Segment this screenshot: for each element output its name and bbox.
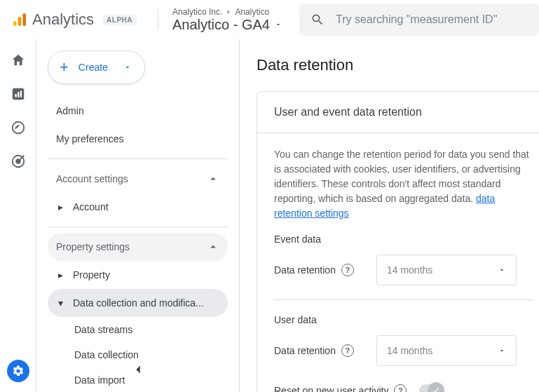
event-data-heading: Event data	[274, 234, 533, 245]
svg-rect-4	[15, 94, 16, 97]
breadcrumb-parent: Analytico Inc.	[172, 7, 222, 17]
app-header: Analytics ALPHA Analytico Inc. Analytico…	[0, 0, 539, 39]
card-title: User and event data retention	[257, 92, 539, 133]
check-icon: ✓	[432, 385, 441, 392]
reset-activity-label: Reset on new user activity	[274, 385, 388, 392]
reports-icon[interactable]	[10, 86, 27, 102]
admin-sidebar: + Create Admin My preferences Account se…	[36, 39, 240, 392]
caret-down-icon	[498, 266, 506, 274]
nav-admin[interactable]: Admin	[48, 97, 228, 125]
user-retention-value: 14 months	[387, 345, 432, 356]
nav-rail	[0, 39, 36, 392]
search-icon	[311, 13, 325, 27]
help-icon[interactable]: ?	[341, 344, 354, 357]
divider	[158, 9, 158, 30]
nav-my-preferences[interactable]: My preferences	[48, 125, 228, 153]
chevron-up-icon	[207, 173, 219, 185]
arrow-down-icon: ▾	[56, 297, 64, 309]
home-icon[interactable]	[10, 52, 27, 69]
svg-rect-6	[20, 90, 21, 97]
nav-property-settings[interactable]: Property settings	[48, 233, 228, 261]
divider	[48, 158, 228, 159]
arrow-right-icon: ▸	[56, 269, 64, 281]
caret-down-icon	[274, 20, 282, 29]
nav-data-collection-modification[interactable]: ▾ Data collection and modifica...	[48, 289, 228, 317]
gear-icon	[12, 365, 25, 377]
svg-rect-0	[13, 21, 17, 26]
create-label: Create	[79, 62, 108, 73]
reset-activity-toggle[interactable]: ✓	[419, 384, 443, 392]
caret-down-icon	[123, 63, 132, 72]
chevron-up-icon	[207, 241, 219, 253]
page-title: Data retention	[257, 56, 539, 74]
explore-icon[interactable]	[10, 119, 27, 136]
svg-point-9	[16, 159, 20, 163]
brand-name: Analytics	[32, 11, 94, 29]
chevron-right-icon	[225, 8, 232, 15]
user-data-heading: User data	[274, 314, 533, 325]
event-retention-label: Data retention	[274, 264, 336, 276]
collapse-sidebar-button[interactable]	[124, 356, 152, 384]
arrow-right-icon: ▸	[56, 201, 64, 212]
property-picker[interactable]: Analytico Inc. Analytico Analytico - GA4	[172, 7, 282, 33]
nav-account[interactable]: ▸ Account	[48, 193, 228, 221]
breadcrumb-child: Analytico	[235, 7, 269, 17]
breadcrumb: Analytico Inc. Analytico	[172, 7, 282, 17]
divider	[274, 299, 533, 300]
advertising-icon[interactable]	[10, 153, 27, 170]
chevron-left-icon	[130, 362, 146, 377]
user-retention-select[interactable]: 14 months	[376, 335, 517, 366]
property-name: Analytico - GA4	[172, 17, 270, 33]
divider	[48, 227, 228, 227]
admin-gear-button[interactable]	[7, 360, 29, 382]
svg-rect-1	[18, 17, 22, 26]
event-retention-select[interactable]: 14 months	[376, 255, 517, 285]
help-icon[interactable]: ?	[341, 264, 354, 276]
plus-icon: +	[60, 58, 69, 76]
logo-area: Analytics ALPHA	[11, 11, 151, 29]
create-button[interactable]: + Create	[48, 50, 145, 84]
svg-rect-2	[23, 13, 27, 26]
help-icon[interactable]: ?	[394, 384, 407, 392]
event-retention-value: 14 months	[387, 264, 432, 276]
nav-data-streams[interactable]: Data streams	[48, 317, 228, 342]
search-input[interactable]	[336, 13, 528, 26]
user-retention-label: Data retention	[274, 345, 336, 356]
svg-point-7	[12, 122, 24, 134]
retention-card: User and event data retention You can ch…	[257, 91, 539, 392]
nav-property[interactable]: ▸ Property	[48, 261, 228, 289]
alpha-badge: ALPHA	[102, 15, 137, 25]
search-box[interactable]	[299, 4, 539, 36]
nav-account-settings[interactable]: Account settings	[48, 165, 228, 193]
svg-rect-5	[18, 92, 19, 97]
intro-text: You can change the retention period for …	[274, 147, 533, 221]
content-area: Data retention User and event data reten…	[240, 39, 539, 392]
caret-down-icon	[498, 346, 506, 355]
analytics-logo-icon	[11, 11, 28, 28]
